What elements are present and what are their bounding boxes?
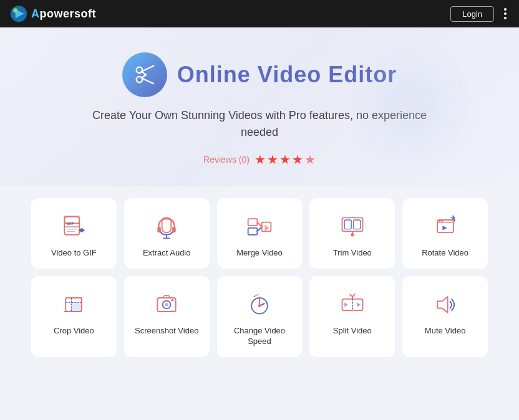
tool-change-video-speed-label: Change Video Speed [223,326,296,347]
star-4: ★ [292,152,303,167]
hero-icon-area: Online Video Editor [12,52,507,97]
logo-text: Apowersoft [31,7,96,21]
tool-screenshot-video[interactable]: Screenshot Video [124,276,210,357]
tool-crop-video-label: Crop Video [54,326,94,336]
tool-split-video[interactable]: Split Video [309,276,395,357]
svg-text:GIF: GIF [67,221,75,226]
screenshot-video-icon [152,290,182,320]
svg-point-2 [13,8,17,12]
svg-line-7 [142,72,146,75]
hero-app-icon [122,52,167,97]
svg-line-6 [142,78,153,84]
svg-point-43 [165,303,168,307]
svg-rect-18 [172,227,176,232]
svg-line-21 [257,222,261,227]
tool-trim-video[interactable]: Trim Video [309,198,395,269]
svg-marker-34 [442,226,447,230]
scissors-icon [133,63,157,87]
hero-section: Online Video Editor Create Your Own Stun… [0,27,519,186]
svg-point-44 [172,299,174,302]
tool-rotate-video-label: Rotate Video [422,248,468,259]
header-actions: Login [450,6,509,22]
app-header: Apowersoft Login [0,0,519,27]
tool-mute-video-label: Mute Video [425,326,466,336]
tool-extract-audio[interactable]: Extract Audio [124,198,210,269]
tool-change-video-speed[interactable]: Change Video Speed [217,276,303,357]
rotate-video-icon [430,212,460,242]
reviews-section: Reviews (0) ★ ★ ★ ★ ★ [12,152,507,167]
logo: Apowersoft [10,5,96,22]
star-2: ★ [267,152,278,167]
star-1: ★ [255,152,266,167]
svg-rect-26 [344,220,351,229]
tool-video-to-gif-label: Video to GIF [51,248,97,259]
tools-section: GIF Video to GIF [0,186,519,370]
svg-point-46 [258,304,261,307]
svg-point-28 [351,233,354,237]
tools-grid: GIF Video to GIF [31,198,488,357]
reviews-label: Reviews (0) [203,155,250,165]
extract-audio-icon [152,212,182,242]
svg-point-33 [441,220,443,222]
svg-line-8 [142,75,146,78]
tool-screenshot-video-label: Screenshot Video [135,326,198,336]
app-logo-icon [10,5,27,22]
tool-video-to-gif[interactable]: GIF Video to GIF [31,198,117,269]
login-button[interactable]: Login [450,6,494,22]
svg-rect-17 [158,227,162,232]
svg-line-22 [257,227,261,231]
change-video-speed-icon [245,290,274,320]
tool-rotate-video[interactable]: Rotate Video [402,198,488,269]
hero-subtitle: Create Your Own Stunning Videos with Pro… [85,107,434,141]
more-menu-button[interactable] [502,6,509,22]
mute-video-icon [430,290,460,320]
svg-marker-51 [357,302,361,307]
tool-split-video-label: Split Video [333,326,372,336]
split-video-icon [337,290,367,320]
svg-line-5 [142,66,153,72]
tool-merge-video-label: Merge Video [236,248,282,259]
svg-marker-24 [264,224,269,231]
svg-point-32 [439,220,440,222]
star-rating: ★ ★ ★ ★ ★ [255,152,316,167]
svg-rect-27 [354,220,361,229]
svg-marker-52 [437,297,448,313]
star-5: ★ [304,152,316,167]
svg-rect-38 [72,302,82,312]
crop-video-icon [59,290,89,320]
star-3: ★ [279,152,291,167]
tool-merge-video[interactable]: Merge Video [217,198,303,269]
hero-title: Online Video Editor [177,62,397,88]
svg-rect-20 [248,228,258,235]
tool-extract-audio-label: Extract Audio [143,248,191,259]
tool-crop-video[interactable]: Crop Video [31,276,117,357]
tool-mute-video[interactable]: Mute Video [402,276,488,357]
svg-rect-19 [248,219,258,226]
tool-trim-video-label: Trim Video [333,248,372,259]
video-to-gif-icon: GIF [59,212,89,242]
merge-video-icon [245,212,274,242]
svg-marker-50 [344,302,348,307]
trim-video-icon [337,212,367,242]
